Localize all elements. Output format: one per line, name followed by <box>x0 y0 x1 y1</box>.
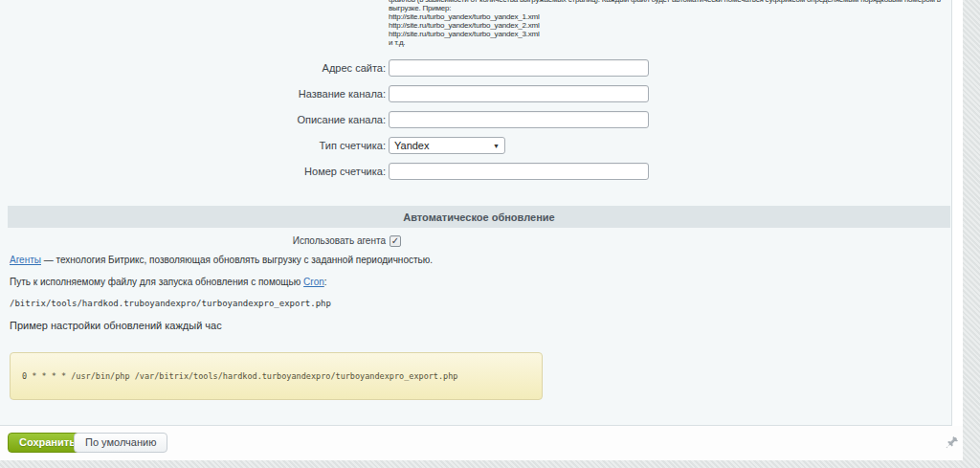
cron-example-box: 0 * * * * /usr/bin/php /var/bitrix/tools… <box>10 352 543 400</box>
pin-icon[interactable] <box>945 435 960 450</box>
channel-description-label: Описание канала: <box>8 111 386 128</box>
agents-link[interactable]: Агенты <box>10 255 41 265</box>
note-line: файлов (в зависимости от количества выгр… <box>389 0 941 4</box>
section-title: Автоматическое обновление <box>403 212 554 223</box>
counter-type-label: Тип счетчика: <box>8 137 386 154</box>
example-url: http://site.ru/turbo_yandex/turbo_yandex… <box>389 12 941 21</box>
agents-description: Агенты — технология Битрикс, позволяющая… <box>10 255 433 265</box>
channel-name-label: Название канала: <box>8 85 386 102</box>
dropdown-arrow-icon: ▼ <box>493 143 500 149</box>
agents-description-text: — технология Битрикс, позволяющая обновл… <box>41 255 433 265</box>
use-agent-checkbox[interactable]: ✓ <box>390 235 401 247</box>
cron-path-description: Путь к исполняемому файлу для запуска об… <box>10 277 327 287</box>
cron-description-colon: : <box>324 277 327 287</box>
channel-description-input[interactable] <box>389 111 649 128</box>
note-line: и т.д. <box>389 38 941 47</box>
counter-number-label: Номер счетчика: <box>8 163 386 180</box>
counter-number-input[interactable] <box>389 163 649 180</box>
cron-link[interactable]: Cron <box>303 277 324 287</box>
export-script-path: /bitrix/tools/hardkod.truboyandexpro/tur… <box>10 299 331 308</box>
channel-name-input[interactable] <box>389 85 649 102</box>
settings-form-panel: файлов (в зависимости от количества выгр… <box>0 0 952 426</box>
site-address-label: Адрес сайта: <box>8 59 386 77</box>
counter-type-select[interactable]: Yandex ▼ <box>389 137 505 154</box>
example-url: http://site.ru/turbo_yandex/turbo_yandex… <box>389 21 941 30</box>
counter-type-selected-value: Yandex <box>394 140 430 151</box>
cron-example-command: 0 * * * * /usr/bin/php /var/bitrix/tools… <box>22 371 530 381</box>
cron-description-text: Путь к исполняемому файлу для запуска об… <box>10 277 303 287</box>
export-files-note: файлов (в зависимости от количества выгр… <box>389 0 941 47</box>
note-line: выгрузке. Пример: <box>389 4 941 12</box>
section-header-auto-update: Автоматическое обновление <box>8 206 950 228</box>
example-url: http://site.ru/turbo_yandex/turbo_yandex… <box>389 30 941 38</box>
default-button[interactable]: По умолчанию <box>74 433 167 453</box>
site-address-input[interactable] <box>389 59 649 77</box>
checkmark-icon: ✓ <box>391 236 399 246</box>
content-column: файлов (в зависимости от количества выгр… <box>0 0 963 460</box>
cron-example-title: Пример настройки обновлений каждый час <box>10 320 222 331</box>
use-agent-label: Использовать агента <box>8 234 386 249</box>
admin-settings-page: файлов (в зависимости от количества выгр… <box>0 0 980 468</box>
